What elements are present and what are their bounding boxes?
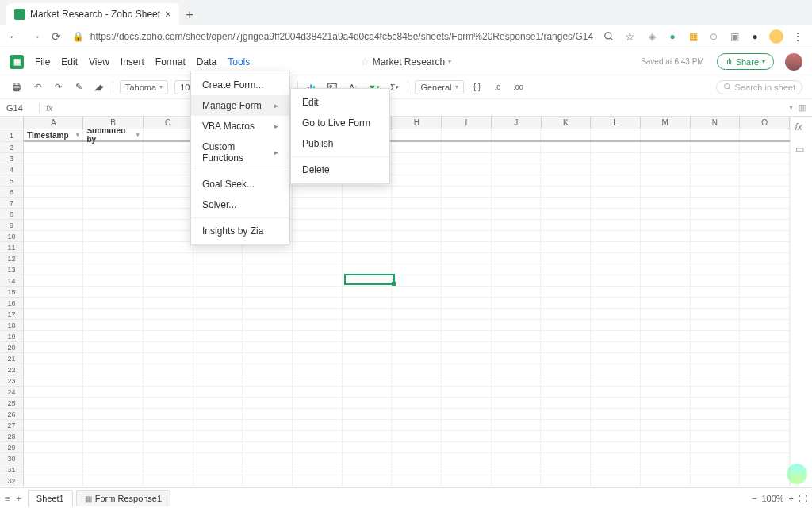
cell-D20[interactable]	[193, 342, 243, 352]
cell-G11[interactable]	[343, 242, 393, 252]
cell-J10[interactable]	[492, 231, 542, 241]
cell-K23[interactable]	[541, 375, 591, 386]
cell-D19[interactable]	[193, 331, 243, 341]
paint-format-icon[interactable]: ✎	[71, 80, 86, 94]
cell-M19[interactable]	[641, 331, 691, 341]
cell-C1[interactable]	[144, 129, 193, 140]
cell-E14[interactable]	[243, 275, 293, 286]
cell-B4[interactable]	[83, 164, 143, 175]
cell-A2[interactable]	[24, 142, 83, 152]
row-header-30[interactable]: 30	[0, 453, 23, 464]
cell-I19[interactable]	[442, 331, 492, 341]
cell-A28[interactable]	[24, 431, 83, 441]
cell-M21[interactable]	[641, 353, 691, 364]
cell-O15[interactable]	[740, 287, 790, 297]
cell-F10[interactable]	[293, 231, 343, 241]
cell-B12[interactable]	[83, 253, 143, 264]
cell-J16[interactable]	[492, 298, 542, 308]
cell-M14[interactable]	[641, 275, 691, 286]
cell-K21[interactable]	[541, 353, 591, 364]
cell-L1[interactable]	[591, 129, 641, 140]
fx-panel-icon[interactable]: fx	[795, 121, 808, 134]
col-header-I[interactable]: I	[442, 117, 492, 129]
cell-I11[interactable]	[442, 242, 492, 252]
cell-F11[interactable]	[293, 242, 343, 252]
cell-B29[interactable]	[83, 442, 143, 452]
cell-I20[interactable]	[442, 342, 492, 352]
cell-D29[interactable]	[193, 442, 243, 452]
cell-B31[interactable]	[83, 464, 143, 475]
cell-J6[interactable]	[492, 187, 542, 197]
row-header-29[interactable]: 29	[0, 442, 23, 453]
row-header-14[interactable]: 14	[0, 275, 23, 287]
col-header-J[interactable]: J	[492, 117, 542, 129]
col-header-M[interactable]: M	[641, 117, 691, 129]
row-header-13[interactable]: 13	[0, 264, 23, 275]
cell-O6[interactable]	[740, 187, 790, 197]
cell-A25[interactable]	[24, 398, 83, 408]
row-header-1[interactable]: 1	[0, 129, 23, 142]
row-header-7[interactable]: 7	[0, 198, 23, 209]
cell-G25[interactable]	[343, 398, 393, 408]
cell-O23[interactable]	[740, 375, 790, 386]
row-header-28[interactable]: 28	[0, 431, 23, 442]
row-header-22[interactable]: 22	[0, 364, 23, 375]
cell-I18[interactable]	[442, 320, 492, 330]
cell-I22[interactable]	[442, 364, 492, 375]
browser-tab[interactable]: Market Research - Zoho Sheet ×	[6, 3, 179, 25]
chevron-down-icon[interactable]: ▾	[448, 58, 451, 65]
cell-L30[interactable]	[591, 453, 641, 464]
increase-decimal-icon[interactable]: .00	[511, 80, 526, 94]
cell-G29[interactable]	[343, 442, 393, 452]
share-button[interactable]: ⋔ Share ▾	[717, 53, 774, 70]
cell-M29[interactable]	[641, 442, 691, 452]
cell-B17[interactable]	[83, 309, 143, 319]
row-header-20[interactable]: 20	[0, 342, 23, 353]
zoom-out-button[interactable]: −	[752, 494, 756, 503]
print-icon[interactable]	[10, 80, 24, 94]
cell-I7[interactable]	[442, 198, 492, 208]
cell-reference[interactable]: G14	[0, 103, 40, 113]
cell-H23[interactable]	[392, 375, 442, 386]
cell-K32[interactable]	[541, 475, 591, 486]
row-header-15[interactable]: 15	[0, 287, 23, 298]
cell-D26[interactable]	[193, 409, 243, 419]
cell-H17[interactable]	[392, 309, 442, 319]
cell-M1[interactable]	[641, 129, 691, 140]
cell-K13[interactable]	[541, 264, 591, 275]
submenu-item-publish[interactable]: Publish	[291, 133, 389, 154]
ext-icon-6[interactable]: ●	[749, 30, 761, 43]
cell-O22[interactable]	[740, 364, 790, 375]
cell-M4[interactable]	[641, 164, 691, 175]
cell-N4[interactable]	[691, 164, 741, 175]
cell-B23[interactable]	[83, 375, 143, 386]
cell-J5[interactable]	[492, 175, 542, 186]
cell-G23[interactable]	[343, 375, 393, 386]
overflow-icon[interactable]: ⋮	[791, 30, 804, 43]
cell-I4[interactable]	[442, 164, 492, 175]
cell-K3[interactable]	[541, 153, 591, 164]
cell-O31[interactable]	[740, 464, 790, 475]
cell-H14[interactable]	[392, 275, 442, 286]
cell-K5[interactable]	[541, 175, 591, 186]
cell-N9[interactable]	[691, 220, 741, 230]
cell-N18[interactable]	[691, 320, 741, 330]
cell-F8[interactable]	[293, 209, 343, 219]
cell-A18[interactable]	[24, 320, 83, 330]
cell-B15[interactable]	[83, 287, 143, 297]
cell-L5[interactable]	[591, 175, 641, 186]
cell-J1[interactable]	[492, 129, 542, 140]
cell-M24[interactable]	[641, 387, 691, 397]
cell-L29[interactable]	[591, 442, 641, 452]
cell-H20[interactable]	[392, 342, 442, 352]
sheets-menu-icon[interactable]: ≡	[5, 494, 10, 503]
row-header-2[interactable]: 2	[0, 142, 23, 153]
row-header-24[interactable]: 24	[0, 387, 23, 398]
cell-M30[interactable]	[641, 453, 691, 464]
submenu-item-go-to-live-form[interactable]: Go to Live Form	[291, 113, 389, 133]
cell-D12[interactable]	[193, 253, 243, 264]
cell-O3[interactable]	[740, 153, 790, 164]
cell-O29[interactable]	[740, 442, 790, 452]
cell-J32[interactable]	[492, 475, 542, 486]
cell-C21[interactable]	[144, 353, 193, 364]
